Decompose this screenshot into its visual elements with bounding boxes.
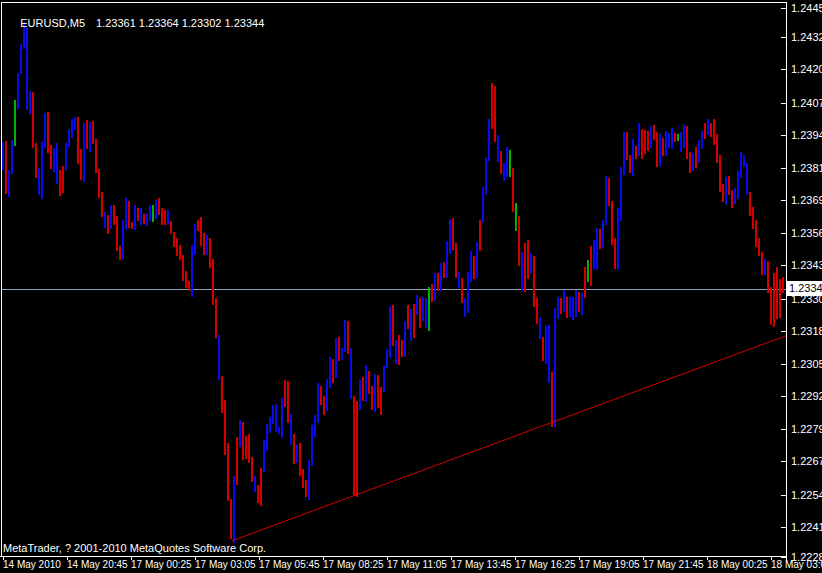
price-axis-label: 1.24200 xyxy=(791,63,822,75)
time-axis-label: 17 May 08:25 xyxy=(323,559,384,570)
price-bars xyxy=(2,22,784,543)
price-axis-label: 1.24070 xyxy=(791,97,822,109)
window-border xyxy=(0,2,787,562)
price-axis-label: 1.23945 xyxy=(791,129,822,141)
time-axis-label: 17 May 16:25 xyxy=(515,559,576,570)
time-axis-label: 17 May 19:05 xyxy=(579,559,640,570)
trendline[interactable] xyxy=(232,336,786,541)
price-axis-label: 1.23180 xyxy=(791,325,822,337)
time-axis-label: 17 May 11:05 xyxy=(387,559,447,570)
price-axis-label: 1.23815 xyxy=(791,162,822,174)
time-axis-label: 17 May 13:45 xyxy=(451,559,512,570)
time-axis-label: 17 May 21:45 xyxy=(643,559,704,570)
price-axis-label: 1.23050 xyxy=(791,358,822,370)
time-axis-label: 17 May 03:05 xyxy=(195,559,256,570)
chart-title: EURUSD,M51.23361 1.23364 1.23302 1.23344 xyxy=(8,5,264,41)
price-axis-label: 1.23690 xyxy=(791,194,822,206)
current-price-marker: 1.23344 xyxy=(787,281,822,296)
price-axis-label: 1.22540 xyxy=(791,489,822,501)
time-axis-label: 14 May 20:45 xyxy=(67,559,128,570)
price-axis-label: 1.23435 xyxy=(791,259,822,271)
time-axis-label: 14 May 2010 xyxy=(3,559,61,570)
chart-window: EURUSD,M51.23361 1.23364 1.23302 1.23344… xyxy=(0,0,822,573)
price-axis-label: 1.24455 xyxy=(791,2,822,14)
price-axis-label: 1.22670 xyxy=(791,455,822,467)
price-axis-label: 1.22925 xyxy=(791,390,822,402)
price-axis-label: 1.22795 xyxy=(791,423,822,435)
time-axis-label: 18 May 03:05 xyxy=(771,559,822,570)
copyright-text: MetaTrader, ? 2001-2010 MetaQuotes Softw… xyxy=(3,542,266,554)
symbol-timeframe-label: EURUSD,M5 xyxy=(20,17,85,29)
price-axis-label: 1.23560 xyxy=(791,227,822,239)
time-axis-label: 17 May 00:25 xyxy=(131,559,192,570)
axis-ticks xyxy=(4,9,787,561)
time-axis-label: 17 May 05:45 xyxy=(259,559,320,570)
chart-canvas[interactable] xyxy=(0,0,822,573)
price-axis-label: 1.22415 xyxy=(791,521,822,533)
ohlc-quote-label: 1.23361 1.23364 1.23302 1.23344 xyxy=(96,17,264,29)
price-axis-label: 1.24325 xyxy=(791,31,822,43)
time-axis-label: 18 May 00:25 xyxy=(707,559,768,570)
